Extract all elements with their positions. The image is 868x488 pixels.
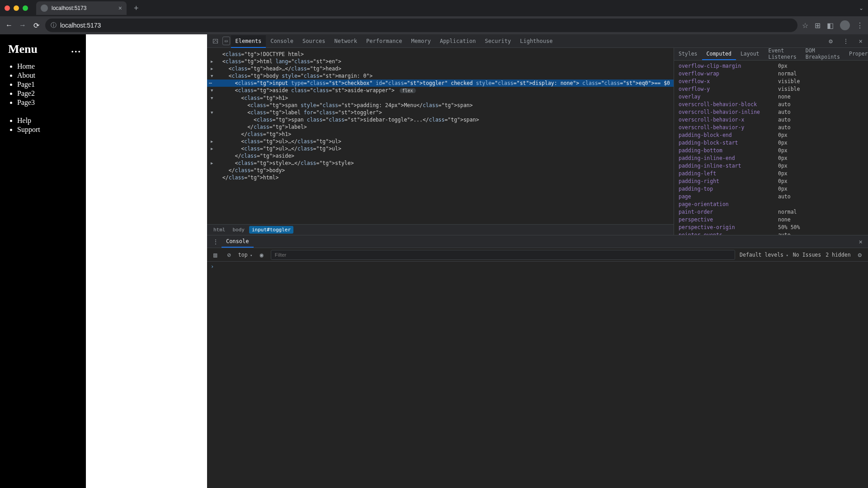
dom-line[interactable]: <class="tg">span style="class="st">paddi… — [207, 102, 674, 109]
nav-item[interactable]: Help — [17, 117, 81, 125]
breadcrumb-item[interactable]: input#toggler — [249, 226, 293, 234]
computed-row[interactable]: padding-left0px — [679, 170, 863, 178]
sidebar-toggle[interactable]: ... — [71, 43, 82, 55]
computed-row[interactable]: padding-top0px — [679, 185, 863, 193]
dom-line[interactable]: ▼ <class="tg">aside class="class="st">as… — [207, 87, 674, 94]
dom-line[interactable]: <class="tg">!DOCTYPE html> — [207, 51, 674, 58]
computed-row[interactable]: padding-inline-end0px — [679, 155, 863, 162]
nav-item[interactable]: Home — [17, 62, 81, 70]
computed-row[interactable]: overscroll-behavior-inlineauto — [679, 108, 863, 116]
profile-avatar[interactable] — [840, 20, 850, 30]
console-output[interactable]: › — [207, 262, 868, 488]
computed-row[interactable]: padding-inline-start0px — [679, 162, 863, 170]
console-levels[interactable]: Default levels — [740, 252, 788, 258]
dom-line[interactable]: ▶ <class="tg">head>…</class="tg">head> — [207, 65, 674, 72]
computed-row[interactable]: overflow-clip-margin0px — [679, 62, 863, 70]
computed-row[interactable]: overflow-yvisible — [679, 85, 863, 93]
side-tab-styles[interactable]: Styles — [674, 48, 702, 60]
nav-item[interactable]: About — [17, 71, 81, 80]
dom-line[interactable]: ▼ <class="tg">label for="class="st">togg… — [207, 109, 674, 116]
console-sidebar-icon[interactable]: ▥ — [211, 249, 220, 260]
breadcrumb-item[interactable]: body — [230, 226, 247, 234]
address-bar[interactable]: ⓘ localhost:5173 — [45, 19, 797, 32]
computed-row[interactable]: overlaynone — [679, 93, 863, 101]
devtools-tab-security[interactable]: Security — [480, 35, 515, 48]
devtools-tab-console[interactable]: Console — [266, 35, 298, 48]
devtools-tab-performance[interactable]: Performance — [362, 35, 406, 48]
computed-row[interactable]: perspectivenone — [679, 216, 863, 224]
dom-line[interactable]: </class="tg">label> — [207, 123, 674, 131]
dom-line[interactable]: ▶ <class="tg">style>…</class="tg">style> — [207, 160, 674, 167]
console-live-expr-icon[interactable]: ◉ — [257, 249, 266, 260]
computed-row[interactable]: padding-block-start0px — [679, 139, 863, 147]
close-window-icon[interactable] — [5, 5, 10, 11]
back-button[interactable]: ← — [5, 21, 14, 29]
dom-line[interactable]: </class="tg">h1> — [207, 131, 674, 138]
drawer-tab-console[interactable]: Console — [222, 236, 254, 248]
devtools-tab-application[interactable]: Application — [435, 35, 480, 48]
computed-row[interactable]: overflow-wrapnormal — [679, 70, 863, 78]
browser-tab[interactable]: localhost:5173 × — [36, 1, 127, 15]
minimize-window-icon[interactable] — [14, 5, 19, 11]
dom-line[interactable]: </class="tg">aside> — [207, 152, 674, 160]
dom-line[interactable]: ▶ <class="tg">html lang="class="st">en"> — [207, 58, 674, 65]
devtools-tab-memory[interactable]: Memory — [407, 35, 435, 48]
computed-row[interactable]: pageauto — [679, 193, 863, 201]
extensions-icon[interactable]: ⊞ — [815, 21, 821, 30]
computed-row[interactable]: pointer-eventsauto — [679, 231, 863, 235]
side-panel-icon[interactable]: ◧ — [827, 21, 834, 30]
devtools-tab-sources[interactable]: Sources — [298, 35, 330, 48]
computed-row[interactable]: overflow-xvisible — [679, 78, 863, 85]
computed-row[interactable]: overscroll-behavior-yauto — [679, 124, 863, 131]
bookmark-icon[interactable]: ☆ — [802, 21, 808, 30]
dom-line[interactable]: ▼ <class="tg">h1> — [207, 94, 674, 102]
dom-line[interactable]: <class="tg">span class="class="st">sideb… — [207, 116, 674, 123]
device-mode-icon[interactable]: ▭ — [222, 37, 230, 45]
browser-menu-icon[interactable]: ⋮ — [856, 21, 863, 30]
maximize-window-icon[interactable] — [23, 5, 28, 11]
side-tab-properties[interactable]: Properties — [844, 48, 868, 60]
console-settings-icon[interactable]: ⚙ — [855, 249, 864, 260]
nav-item[interactable]: Page1 — [17, 80, 81, 89]
inspect-element-icon[interactable]: ⮹ — [210, 36, 222, 47]
computed-row[interactable]: paint-ordernormal — [679, 208, 863, 216]
devtools-tab-lighthouse[interactable]: Lighthouse — [515, 35, 557, 48]
site-info-icon[interactable]: ⓘ — [51, 21, 57, 29]
drawer-close-icon[interactable]: × — [856, 238, 865, 245]
console-filter-input[interactable] — [271, 250, 735, 260]
dom-line[interactable]: </class="tg">body> — [207, 167, 674, 174]
devtools-tab-network[interactable]: Network — [330, 35, 362, 48]
side-tab-layout[interactable]: Layout — [736, 48, 764, 60]
dom-tree[interactable]: <class="tg">!DOCTYPE html>▶ <class="tg">… — [207, 48, 674, 224]
reload-button[interactable]: ⟳ — [32, 21, 41, 30]
nav-item[interactable]: Page3 — [17, 99, 81, 107]
console-hidden[interactable]: 2 hidden — [826, 252, 850, 258]
computed-row[interactable]: perspective-origin50% 50% — [679, 224, 863, 231]
forward-button[interactable]: → — [18, 21, 27, 29]
nav-item[interactable]: Support — [17, 126, 81, 134]
tab-search-icon[interactable]: ⌄ — [859, 5, 863, 11]
console-clear-icon[interactable]: ⊘ — [224, 249, 233, 260]
new-tab-button[interactable]: + — [130, 4, 142, 13]
computed-row[interactable]: overscroll-behavior-blockauto — [679, 101, 863, 108]
dom-breadcrumbs[interactable]: htmlbodyinput#toggler — [207, 224, 674, 235]
console-issues[interactable]: No Issues — [793, 252, 821, 258]
side-tab-computed[interactable]: Computed — [702, 48, 736, 60]
dom-line[interactable]: ▶ <class="tg">ul>…</class="tg">ul> — [207, 138, 674, 145]
computed-row[interactable]: padding-right0px — [679, 178, 863, 185]
devtools-close-icon[interactable]: × — [856, 36, 865, 47]
dom-line[interactable]: ▼ <class="tg">body style="class="st">mar… — [207, 72, 674, 80]
computed-row[interactable]: padding-bottom0px — [679, 147, 863, 155]
devtools-tab-elements[interactable]: Elements — [231, 35, 266, 48]
computed-panel[interactable]: overflow-clip-margin0pxoverflow-wrapnorm… — [674, 61, 868, 235]
computed-row[interactable]: padding-block-end0px — [679, 131, 863, 139]
close-tab-icon[interactable]: × — [118, 5, 122, 11]
breadcrumb-item[interactable]: html — [211, 226, 228, 234]
computed-row[interactable]: overscroll-behavior-xauto — [679, 116, 863, 124]
dom-line[interactable]: </class="tg">html> — [207, 174, 674, 181]
drawer-menu-icon[interactable]: ⋮ — [210, 236, 222, 247]
console-context[interactable]: top — [238, 252, 253, 258]
computed-row[interactable]: page-orientation — [679, 201, 863, 208]
dom-line[interactable]: ▶ <class="tg">ul>…</class="tg">ul> — [207, 145, 674, 152]
nav-item[interactable]: Page2 — [17, 89, 81, 98]
